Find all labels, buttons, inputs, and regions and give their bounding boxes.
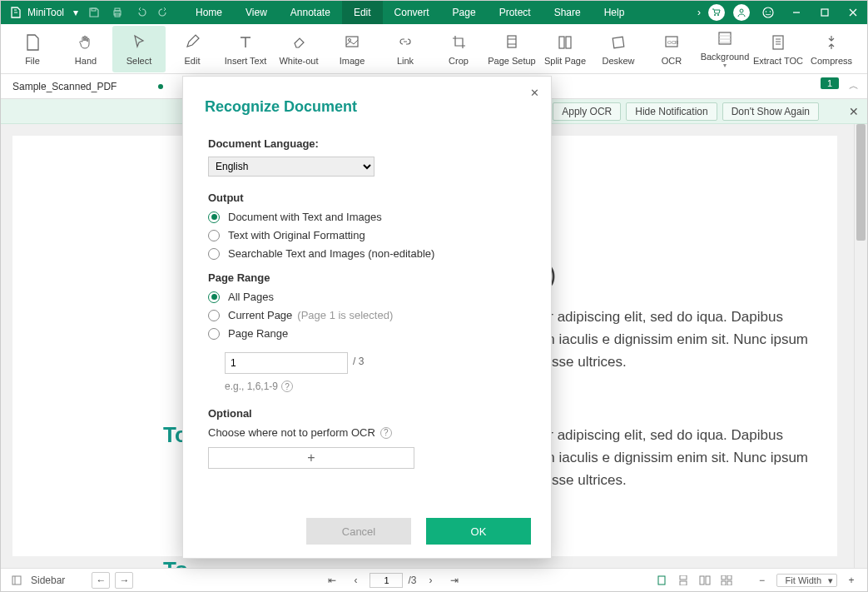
ribbon-image[interactable]: Image <box>325 26 379 72</box>
ribbon-background[interactable]: Background▾ <box>698 26 751 72</box>
help-icon[interactable]: ? <box>281 381 293 392</box>
ribbon-file[interactable]: File <box>6 26 59 72</box>
radio-icon <box>208 211 220 223</box>
feedback-icon[interactable] <box>754 1 782 24</box>
view-single-icon[interactable] <box>653 573 670 588</box>
undo-icon[interactable] <box>129 1 152 24</box>
add-exclusion-button[interactable]: + <box>208 447 414 469</box>
svg-point-7 <box>763 7 773 17</box>
nav-back-icon[interactable]: ← <box>92 572 110 589</box>
apply-ocr-button[interactable]: Apply OCR <box>553 102 621 121</box>
range-current-page[interactable]: Current Page(Page 1 is selected) <box>208 309 526 321</box>
image-icon <box>344 32 360 52</box>
menu-page[interactable]: Page <box>441 1 488 24</box>
ribbon-compress[interactable]: Compress <box>805 26 858 72</box>
ok-button[interactable]: OK <box>426 518 531 545</box>
cart-icon[interactable] <box>708 4 725 21</box>
chevron-right-icon[interactable]: › <box>697 7 701 18</box>
page-range-input[interactable] <box>225 352 348 374</box>
svg-rect-30 <box>727 575 732 580</box>
hide-notification-button[interactable]: Hide Notification <box>626 102 717 121</box>
svg-rect-29 <box>722 575 726 580</box>
help-icon[interactable]: ? <box>380 427 392 439</box>
scrollbar-thumb[interactable] <box>856 124 866 241</box>
minimize-icon[interactable] <box>782 1 811 24</box>
menu-convert[interactable]: Convert <box>383 1 441 24</box>
ribbon-select[interactable]: Select <box>112 26 166 72</box>
view-facing-icon[interactable] <box>697 573 713 588</box>
first-page-icon[interactable]: ⇤ <box>323 572 341 589</box>
language-select[interactable]: English <box>208 157 374 177</box>
range-all-pages[interactable]: All Pages <box>208 291 526 303</box>
nav-forward-icon[interactable]: → <box>115 572 133 589</box>
ribbon-link[interactable]: Link <box>379 26 432 72</box>
ribbon-page-setup[interactable]: Page Setup <box>485 26 538 72</box>
zoom-in-icon[interactable]: + <box>842 572 861 589</box>
output-option-1[interactable]: Document with Text and Images <box>208 211 526 223</box>
svg-rect-25 <box>680 575 687 580</box>
range-suffix: / 3 <box>353 356 364 367</box>
view-facing-continuous-icon[interactable] <box>718 573 735 588</box>
output-option-2[interactable]: Text with Original Formatting <box>208 229 526 241</box>
dialog-close-icon[interactable]: ✕ <box>530 87 539 99</box>
ribbon-extract-toc[interactable]: Extract TOC <box>751 26 805 72</box>
titlebar-right: › <box>697 1 867 24</box>
print-icon[interactable] <box>106 1 129 24</box>
ribbon-deskew[interactable]: Deskew <box>592 26 645 72</box>
background-icon <box>717 28 733 48</box>
menu-protect[interactable]: Protect <box>488 1 543 24</box>
cancel-button[interactable]: Cancel <box>306 518 411 545</box>
recognize-document-dialog: ✕ Recognize Document Document Language: … <box>182 76 552 559</box>
maximize-icon[interactable] <box>811 1 839 24</box>
output-label: Output <box>208 192 526 204</box>
app-dropdown-icon[interactable]: ▾ <box>69 7 82 18</box>
app-name: MiniTool <box>27 7 64 18</box>
redo-icon[interactable] <box>152 1 176 24</box>
ribbon-insert-text[interactable]: Insert Text <box>219 26 272 72</box>
vertical-scrollbar[interactable] <box>854 124 867 568</box>
svg-rect-11 <box>821 9 828 16</box>
output-option-3[interactable]: Searchable Text and Images (non-editable… <box>208 247 526 260</box>
zoom-out-icon[interactable]: − <box>753 572 771 589</box>
dont-show-again-button[interactable]: Don't Show Again <box>722 102 819 121</box>
close-window-icon[interactable] <box>839 1 867 24</box>
svg-rect-32 <box>727 581 732 585</box>
ribbon-crop[interactable]: Crop <box>432 26 485 72</box>
menu-home[interactable]: Home <box>184 1 234 24</box>
svg-text:OCR: OCR <box>667 40 679 45</box>
collapse-ribbon-icon[interactable]: ︿ <box>849 79 859 93</box>
menu-edit[interactable]: Edit <box>342 1 383 24</box>
sidebar-toggle-icon[interactable] <box>7 572 26 589</box>
ribbon-whiteout[interactable]: White-out <box>272 26 325 72</box>
page-number-input[interactable] <box>370 573 403 588</box>
ribbon-edit[interactable]: Edit <box>166 26 219 72</box>
document-tab[interactable]: Sample_Scanned_PDF <box>12 75 163 98</box>
text-icon <box>237 32 254 52</box>
last-page-icon[interactable]: ⇥ <box>445 572 464 589</box>
menu-view[interactable]: View <box>234 1 279 24</box>
view-continuous-icon[interactable] <box>675 573 692 588</box>
menu-share[interactable]: Share <box>543 1 593 24</box>
save-icon[interactable] <box>82 1 106 24</box>
range-page-range[interactable]: Page Range <box>208 327 526 340</box>
lang-label: Document Language: <box>208 137 526 150</box>
user-icon[interactable] <box>733 4 750 21</box>
close-notification-icon[interactable]: ✕ <box>849 105 859 118</box>
svg-rect-31 <box>722 581 726 585</box>
prev-page-icon[interactable]: ‹ <box>346 572 365 589</box>
modified-dot-icon <box>158 84 163 89</box>
dialog-title: Recognize Document <box>183 77 551 129</box>
titlebar: MiniTool ▾ Home View Annotate Edit Conve… <box>1 1 867 24</box>
compress-icon <box>823 32 840 52</box>
deskew-icon <box>610 32 627 52</box>
next-page-icon[interactable]: › <box>422 572 440 589</box>
zoom-dropdown[interactable]: Fit Width▾ <box>776 574 837 587</box>
edit-icon <box>184 32 201 52</box>
range-label: Page Range <box>208 271 526 284</box>
ribbon-split-page[interactable]: Split Page <box>538 26 592 72</box>
menu-help[interactable]: Help <box>593 1 637 24</box>
ribbon-hand[interactable]: Hand <box>59 26 112 72</box>
svg-point-4 <box>714 14 716 16</box>
menu-annotate[interactable]: Annotate <box>279 1 342 24</box>
ribbon-ocr[interactable]: OCROCR <box>645 26 698 72</box>
